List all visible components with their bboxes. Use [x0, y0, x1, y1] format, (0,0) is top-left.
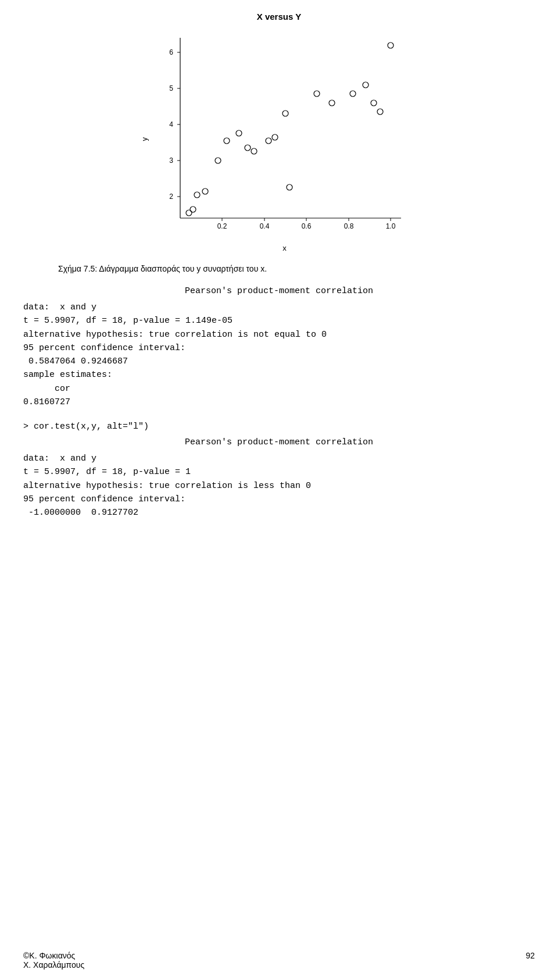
svg-point-39 — [371, 100, 377, 106]
scatter-plot: 0.2 0.4 0.6 0.8 1.0 — [151, 26, 419, 241]
chart-area: 0.2 0.4 0.6 0.8 1.0 — [151, 26, 419, 252]
svg-point-31 — [266, 138, 271, 144]
output1-line2: t = 5.9907, df = 18, p-value = 1.149e-05 — [23, 314, 535, 327]
svg-point-35 — [314, 91, 320, 97]
y-axis-label: y — [140, 137, 149, 141]
footer-author: X. Χαραλάμπους — [23, 960, 84, 970]
output2-line2: t = 5.9907, df = 18, p-value = 1 — [23, 465, 535, 479]
page-footer: ©K. Φωκιανός X. Χαραλάμπους 92 — [0, 951, 558, 970]
footer-copyright: ©K. Φωκιανός — [23, 951, 84, 960]
svg-point-37 — [350, 91, 356, 97]
svg-text:0.2: 0.2 — [217, 222, 227, 230]
output2-line3: alternative hypothesis: true correlation… — [23, 479, 535, 493]
svg-text:4: 4 — [169, 120, 173, 129]
svg-text:0.6: 0.6 — [301, 222, 311, 230]
svg-point-22 — [186, 210, 192, 216]
output2-line5: -1.0000000 0.9127702 — [23, 506, 535, 519]
footer-left: ©K. Φωκιανός X. Χαραλάμπους — [23, 951, 84, 970]
output1-line3: alternative hypothesis: true correlation… — [23, 328, 535, 341]
svg-text:5: 5 — [169, 84, 173, 92]
output2-line4: 95 percent confidence interval: — [23, 493, 535, 506]
svg-point-29 — [245, 145, 251, 151]
output-block-1: Pearson's product-moment correlation dat… — [23, 286, 535, 409]
svg-point-41 — [388, 42, 394, 48]
output2-line1: data: x and y — [23, 452, 535, 465]
output1-heading: Pearson's product-moment correlation — [23, 286, 535, 296]
svg-point-23 — [190, 206, 196, 212]
svg-point-36 — [329, 100, 335, 106]
svg-point-34 — [287, 184, 292, 190]
svg-point-33 — [282, 111, 288, 116]
chart-wrapper: y 0.2 0.4 0.6 — [140, 26, 419, 252]
svg-text:3: 3 — [169, 156, 173, 165]
figure-caption: Σχήμα 7.5: Διάγραμμα διασποράς του y συν… — [58, 264, 535, 273]
svg-text:2: 2 — [169, 193, 173, 201]
svg-point-28 — [236, 130, 242, 136]
svg-point-27 — [224, 138, 230, 144]
svg-point-32 — [272, 134, 278, 140]
output1-line4: 95 percent confidence interval: — [23, 341, 535, 355]
svg-point-25 — [202, 188, 208, 194]
page-container: X versus Y y 0.2 0.4 — [0, 0, 558, 980]
output-block-2: Pearson's product-moment correlation dat… — [23, 437, 535, 519]
output1-line8: 0.8160727 — [23, 395, 535, 409]
chart-section: X versus Y y 0.2 0.4 — [23, 12, 535, 252]
output1-line5: 0.5847064 0.9246687 — [23, 355, 535, 368]
svg-point-38 — [363, 82, 369, 88]
page-number: 92 — [525, 951, 535, 970]
output1-line1: data: x and y — [23, 301, 535, 314]
command-line: > cor.test(x,y, alt="l") — [23, 422, 535, 432]
svg-text:0.4: 0.4 — [259, 222, 269, 230]
chart-title: X versus Y — [257, 12, 301, 22]
svg-point-30 — [251, 148, 257, 154]
svg-text:1.0: 1.0 — [385, 222, 395, 230]
svg-text:0.8: 0.8 — [344, 222, 353, 230]
output1-line7: cor — [23, 382, 535, 395]
svg-text:6: 6 — [169, 48, 173, 56]
svg-point-40 — [377, 109, 383, 115]
svg-point-24 — [194, 192, 200, 198]
output2-heading: Pearson's product-moment correlation — [23, 437, 535, 447]
svg-point-26 — [215, 158, 221, 163]
x-axis-label: x — [282, 244, 287, 252]
output1-line6: sample estimates: — [23, 368, 535, 382]
